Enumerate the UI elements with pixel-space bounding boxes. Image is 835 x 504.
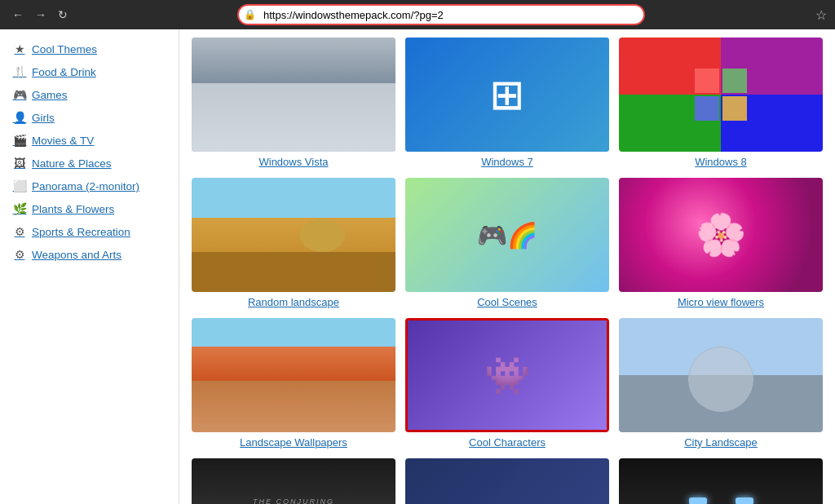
label-landscape-wallpapers: Landscape Wallpapers [192, 436, 395, 449]
cool-themes-icon: ★ [12, 42, 27, 55]
label-windows-7: Windows 7 [405, 156, 609, 168]
thumb-cards-wallpaper: ♥ ♠ ♦ ♣ [405, 458, 609, 504]
thumb-windows-vista [192, 38, 395, 152]
grid-item-the-conjuring[interactable]: THE CONJURING 🌲 The Conjuring [192, 458, 395, 504]
grid-item-random-landscape[interactable]: Random landscape [192, 178, 395, 308]
thumb-the-conjuring: THE CONJURING 🌲 [192, 458, 395, 504]
label-windows-8: Windows 8 [619, 156, 823, 168]
plants-icon: 🌿 [12, 202, 27, 215]
grid-item-windows-vista[interactable]: Windows Vista [192, 38, 395, 168]
thumb-cool-scenes: 🎮🌈 [405, 178, 609, 292]
browser-chrome: ← → ↻ 🔒 ☆ [0, 0, 835, 29]
thumb-random-landscape [192, 178, 395, 292]
label-random-landscape: Random landscape [192, 296, 395, 308]
weapons-icon: ⚙ [12, 248, 27, 261]
label-micro-flowers: Micro view flowers [619, 296, 823, 308]
grid-item-rolls-royce[interactable]: Rolls-Royce 2021 [619, 458, 823, 504]
thumb-windows-7: ⊞ [405, 38, 609, 152]
sidebar-item-movies-tv[interactable]: 🎬 Movies & TV [0, 129, 179, 152]
panorama-icon: ⬜ [12, 179, 27, 192]
grid-item-cards-wallpaper[interactable]: ♥ ♠ ♦ ♣ Cards wallpaper [405, 458, 609, 504]
sidebar-item-plants-flowers[interactable]: 🌿 Plants & Flowers [0, 197, 179, 220]
grid-item-micro-flowers[interactable]: 🌸 Micro view flowers [619, 178, 823, 308]
games-icon: 🎮 [12, 88, 27, 101]
sidebar-item-food-drink[interactable]: 🍴 Food & Drink [0, 60, 179, 83]
thumb-cool-characters: 👾 [405, 318, 609, 432]
sports-icon: ⚙ [12, 225, 27, 238]
grid-item-windows-7[interactable]: ⊞ Windows 7 [405, 38, 609, 168]
sidebar-item-sports-recreation[interactable]: ⚙ Sports & Recreation [0, 220, 179, 243]
back-button[interactable]: ← [8, 7, 28, 23]
food-drink-icon: 🍴 [12, 65, 27, 78]
sidebar-item-games[interactable]: 🎮 Games [0, 83, 179, 106]
sidebar-item-cool-themes[interactable]: ★ Cool Themes [0, 38, 179, 60]
nav-buttons: ← → ↻ [8, 7, 72, 23]
thumbnail-grid: Windows Vista ⊞ Windows 7 [192, 38, 823, 504]
thumb-micro-flowers: 🌸 [619, 178, 823, 292]
thumb-rolls-royce [619, 458, 823, 504]
grid-item-landscape-wallpapers[interactable]: Landscape Wallpapers [192, 318, 395, 449]
grid-item-windows-8[interactable]: Windows 8 [619, 38, 823, 168]
sidebar-item-girls[interactable]: 👤 Girls [0, 106, 179, 129]
bookmark-icon[interactable]: ☆ [815, 7, 827, 23]
grid-item-city-landscape[interactable]: City Landscape [619, 318, 823, 449]
girls-icon: 👤 [12, 111, 27, 124]
sidebar: ★ Cool Themes 🍴 Food & Drink 🎮 Games 👤 G… [0, 29, 179, 504]
address-bar[interactable] [237, 4, 645, 25]
label-city-landscape: City Landscape [619, 436, 823, 449]
grid-item-cool-characters[interactable]: 👾 Cool Characters [405, 318, 609, 449]
sidebar-item-weapons-arts[interactable]: ⚙ Weapons and Arts [0, 243, 179, 266]
page-layout: ★ Cool Themes 🍴 Food & Drink 🎮 Games 👤 G… [0, 29, 835, 504]
main-content: Windows Vista ⊞ Windows 7 [179, 29, 835, 504]
thumb-landscape-wallpapers [192, 318, 395, 432]
label-cool-scenes: Cool Scenes [405, 296, 609, 308]
nature-icon: 🖼 [12, 157, 27, 170]
thumb-city-landscape [619, 318, 823, 432]
sidebar-item-panorama[interactable]: ⬜ Panorama (2-monitor) [0, 175, 179, 197]
label-cool-characters: Cool Characters [405, 436, 609, 449]
thumb-windows-8 [619, 38, 823, 152]
movies-icon: 🎬 [12, 134, 27, 147]
refresh-button[interactable]: ↻ [54, 7, 72, 23]
grid-item-cool-scenes[interactable]: 🎮🌈 Cool Scenes [405, 178, 609, 308]
forward-button[interactable]: → [31, 7, 51, 23]
address-bar-wrap: 🔒 [78, 4, 804, 25]
label-windows-vista: Windows Vista [192, 156, 395, 168]
sidebar-item-nature-places[interactable]: 🖼 Nature & Places [0, 152, 179, 175]
